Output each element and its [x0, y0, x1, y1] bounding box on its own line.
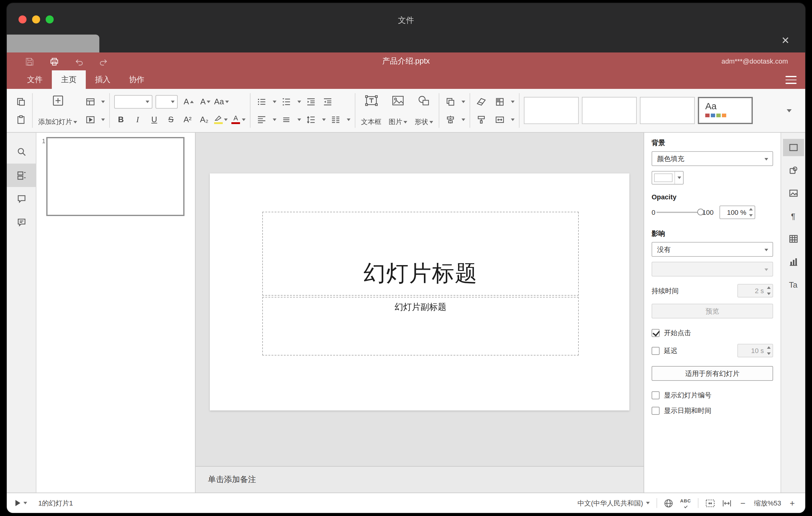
align-shapes-icon[interactable] — [444, 111, 457, 127]
delay-spinner[interactable]: 10 s — [737, 344, 773, 357]
horizontal-align-icon[interactable] — [255, 111, 268, 127]
slide-surface[interactable]: 幻灯片标题 幻灯片副标题 — [210, 173, 629, 410]
fill-type-select[interactable]: 颜色填充 — [651, 151, 773, 166]
add-slide-button[interactable]: 添加幻灯片 — [34, 93, 81, 128]
tab-collaboration[interactable]: 协作 — [120, 70, 154, 89]
search-icon[interactable] — [7, 140, 36, 164]
fit-slide-icon[interactable] — [705, 498, 715, 508]
close-icon[interactable]: ✕ — [778, 33, 793, 48]
decrease-indent-icon[interactable] — [304, 93, 318, 110]
insert-image-button[interactable]: 图片 — [385, 93, 411, 128]
spinner-down-icon[interactable] — [767, 352, 771, 355]
tab-home[interactable]: 主页 — [52, 70, 86, 89]
comments-icon[interactable] — [7, 187, 36, 210]
language-selector[interactable]: 中文(中华人民共和国) — [578, 498, 650, 508]
arrange-shapes-icon[interactable] — [444, 93, 457, 110]
theme-option-2[interactable] — [582, 97, 637, 124]
text-art-settings-icon[interactable]: Ta — [783, 276, 804, 293]
paste-icon[interactable] — [14, 111, 28, 127]
opacity-spinner[interactable]: 100 % — [720, 205, 756, 219]
toolbar-collapse-chevron[interactable] — [782, 103, 795, 118]
spinner-up-icon[interactable] — [767, 346, 771, 349]
chart-settings-icon[interactable] — [783, 253, 804, 270]
superscript-button[interactable]: A² — [181, 111, 194, 127]
bullets-icon[interactable] — [255, 93, 268, 110]
insert-textbox-button[interactable]: 文本框 — [357, 93, 385, 128]
change-layout-icon[interactable] — [83, 93, 97, 110]
underline-button[interactable]: U — [147, 111, 161, 127]
spinner-down-icon[interactable] — [749, 214, 753, 217]
slides-panel-icon[interactable] — [7, 164, 36, 187]
chevron-down-icon[interactable] — [101, 100, 105, 103]
strikeout-button[interactable]: S — [164, 111, 178, 127]
fit-width-icon[interactable] — [722, 498, 732, 508]
shape-settings-icon[interactable] — [783, 162, 804, 179]
vertical-align-icon[interactable] — [280, 111, 293, 127]
chevron-down-icon[interactable] — [322, 118, 326, 121]
theme-option-3[interactable] — [640, 97, 695, 124]
spinner-up-icon[interactable] — [767, 286, 771, 289]
chevron-down-icon[interactable] — [101, 118, 105, 121]
chevron-down-icon[interactable] — [297, 100, 301, 103]
start-slideshow-icon[interactable] — [83, 111, 97, 127]
document-language-icon[interactable] — [664, 498, 673, 508]
chevron-down-icon[interactable] — [462, 118, 465, 121]
delay-checkbox[interactable] — [651, 347, 660, 354]
effect-select[interactable]: 没有 — [651, 242, 773, 257]
chevron-down-icon[interactable] — [273, 100, 277, 103]
font-size-combobox[interactable] — [155, 95, 178, 108]
effect-type-select[interactable] — [651, 262, 773, 277]
insert-shape-button[interactable]: 形状 — [411, 93, 437, 128]
spinner-up-icon[interactable] — [749, 208, 753, 210]
color-scheme-icon[interactable] — [493, 93, 506, 110]
tab-insert[interactable]: 插入 — [86, 70, 120, 89]
chevron-down-icon[interactable] — [297, 118, 301, 121]
copy-style-icon[interactable] — [474, 111, 488, 127]
color-dropdown[interactable] — [674, 172, 683, 184]
zoom-out-button[interactable]: − — [738, 498, 747, 508]
highlight-color-button[interactable] — [214, 111, 228, 127]
tab-file[interactable]: 文件 — [18, 70, 52, 89]
notes-area[interactable]: 单击添加备注 — [196, 466, 643, 492]
start-slideshow-status-button[interactable] — [16, 500, 27, 506]
zoom-in-button[interactable]: + — [788, 498, 796, 508]
slide-settings-icon[interactable] — [783, 139, 804, 156]
fill-color-picker[interactable] — [651, 171, 684, 184]
font-color-button[interactable]: A — [231, 111, 245, 127]
numbering-icon[interactable] — [280, 93, 293, 110]
clear-style-icon[interactable] — [474, 93, 488, 110]
increase-font-size-button[interactable]: A — [181, 93, 194, 110]
chevron-down-icon[interactable] — [511, 100, 515, 103]
chat-icon[interactable] — [7, 210, 36, 234]
paragraph-settings-icon[interactable]: ¶ — [783, 207, 804, 225]
show-slide-number-checkbox[interactable] — [651, 391, 660, 399]
change-case-button[interactable]: Aa — [214, 93, 229, 110]
line-spacing-icon[interactable] — [304, 111, 318, 127]
font-name-combobox[interactable] — [114, 95, 152, 108]
chevron-down-icon[interactable] — [347, 118, 350, 121]
preview-button[interactable]: 预览 — [651, 304, 773, 318]
subscript-button[interactable]: A₂ — [198, 111, 211, 127]
slide-size-icon[interactable] — [493, 111, 506, 127]
menu-icon[interactable] — [785, 76, 796, 84]
duration-spinner[interactable]: 2 s — [737, 284, 773, 297]
italic-button[interactable]: I — [131, 111, 144, 127]
chevron-down-icon[interactable] — [273, 118, 277, 121]
increase-indent-icon[interactable] — [321, 93, 335, 110]
subtitle-placeholder[interactable]: 幻灯片副标题 — [262, 297, 579, 355]
image-settings-icon[interactable] — [783, 184, 804, 202]
copy-icon[interactable] — [14, 93, 28, 110]
start-on-click-checkbox[interactable] — [651, 329, 660, 337]
slide-thumbnail-1[interactable] — [46, 137, 184, 216]
theme-option-1[interactable] — [524, 97, 579, 124]
decrease-font-size-button[interactable]: A — [198, 93, 211, 110]
opacity-slider[interactable] — [657, 212, 701, 213]
theme-option-selected[interactable]: Aa — [698, 97, 753, 124]
bold-button[interactable]: B — [114, 111, 128, 127]
chevron-down-icon[interactable] — [511, 118, 515, 121]
spellcheck-icon[interactable]: ABC — [680, 499, 691, 508]
title-placeholder[interactable]: 幻灯片标题 — [262, 212, 579, 296]
spinner-down-icon[interactable] — [767, 292, 771, 295]
show-date-time-checkbox[interactable] — [651, 407, 660, 415]
chevron-down-icon[interactable] — [462, 100, 465, 103]
